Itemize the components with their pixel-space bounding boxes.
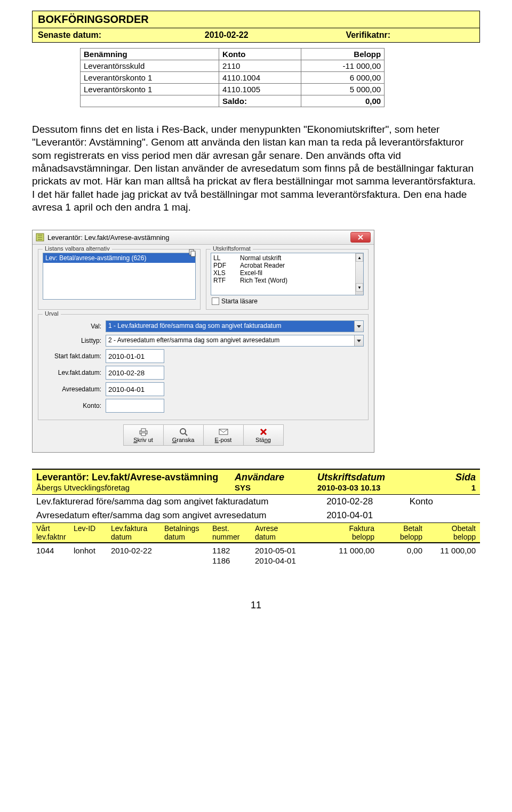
body-paragraph: Dessutom finns det en lista i Res-Back, … [32, 123, 480, 214]
list-item[interactable]: RTFRich Text (Word) [213, 277, 356, 284]
print-button[interactable]: SSkriv utkriv ut [123, 424, 164, 446]
close-button[interactable]: Stäng [244, 424, 284, 446]
report-columns: Vårtlev.faktnr Lev-ID Lev.fakturadatum B… [32, 522, 480, 543]
chevron-down-icon[interactable] [354, 335, 363, 346]
scrollbar[interactable]: ▲ ▼ [355, 253, 363, 295]
legend-list: Listans valbara alternativ [43, 245, 112, 252]
voucher-header: BOKFÖRINGSORDER Senaste datum: 2010-02-2… [32, 11, 480, 43]
report-listbox[interactable]: Lev: Betal/avrese-avstämning (626) [43, 253, 196, 300]
ledger-table: Benämning Konto Belopp Leverantörsskuld2… [80, 48, 385, 107]
checkbox-icon[interactable] [212, 298, 219, 305]
startdate-input[interactable] [106, 349, 164, 363]
scroll-down-icon[interactable]: ▼ [356, 283, 363, 292]
report-filter-2: Avresedatum efter/samma dag som angivet … [32, 509, 480, 522]
voucher-title: BOKFÖRINGSORDER [38, 13, 205, 26]
list-item[interactable]: XLSExcel-fil [213, 269, 356, 277]
list-item[interactable]: LLNormal utskrift [213, 254, 356, 262]
legend-format: Utskriftsformat [211, 245, 253, 252]
filter2-val: 2010-04-01 [326, 510, 409, 521]
report-company: Åbergs Utvecklingsföretag [36, 483, 235, 492]
report-title: Leverantör: Lev.fakt/Avrese-avstämning [36, 472, 235, 483]
report-header: Leverantör: Lev.fakt/Avrese-avstämning A… [32, 469, 480, 495]
report-page-label: Sida [433, 472, 476, 483]
table-row: 11862010-04-01 [36, 556, 476, 566]
table-row: 1044lonhot2010-02-2211822010-05-0111 000… [36, 545, 476, 556]
filter1-konto: Konto [410, 496, 476, 507]
app-icon [36, 233, 44, 242]
list-item[interactable]: PDFAcrobat Reader [213, 262, 356, 269]
col-belopp: Belopp [301, 49, 385, 60]
val-label: Val: [43, 323, 106, 330]
email-button[interactable]: E-post [204, 424, 244, 446]
group-formats: Utskriftsformat LLNormal utskriftPDFAcro… [206, 249, 369, 310]
col-konto: Konto [219, 49, 301, 60]
filter2-text: Avresedatum efter/samma dag som angivet … [36, 510, 326, 521]
svg-rect-2 [191, 251, 195, 256]
close-icon[interactable] [350, 232, 371, 243]
verif-label: Verifikatnr: [346, 30, 474, 40]
svg-rect-4 [141, 429, 146, 431]
svg-point-6 [180, 429, 186, 434]
report-user-label: Användare [235, 472, 317, 483]
dialog-title: Leverantör: Lev.fakt/Avrese-avstämning [47, 234, 170, 242]
page-number: 11 [32, 600, 480, 611]
table-row: Leverantörskonto 14110.10055 000,00 [81, 84, 385, 95]
konto-label: Konto: [43, 402, 106, 409]
val-combo[interactable]: 1 - Lev.fakturerad före/samma dag som an… [106, 320, 364, 332]
group-urval: Urval Val: 1 - Lev.fakturerad före/samma… [38, 314, 369, 420]
print-dialog: Leverantör: Lev.fakt/Avrese-avstämning L… [32, 230, 374, 453]
val-value: 1 - Lev.fakturerad före/samma dag som an… [106, 321, 354, 332]
table-row: Leverantörsskuld2110-11 000,00 [81, 60, 385, 72]
table-row: Leverantörskonto 14110.10046 000,00 [81, 72, 385, 84]
format-listbox[interactable]: LLNormal utskriftPDFAcrobat ReaderXLSExc… [211, 253, 364, 295]
listtyp-value: 2 - Avresedatum efter/samma dag som angi… [106, 335, 354, 346]
listtyp-label: Listtyp: [43, 337, 106, 344]
levdate-input[interactable] [106, 366, 164, 380]
dialog-titlebar: Leverantör: Lev.fakt/Avrese-avstämning [33, 230, 374, 245]
report-filter-1: Lev.fakturerad före/samma dag som angive… [32, 495, 480, 509]
magnifier-icon [179, 427, 188, 437]
svg-line-7 [185, 433, 187, 436]
svg-rect-5 [141, 433, 146, 436]
report: Leverantör: Lev.fakt/Avrese-avstämning A… [32, 469, 480, 568]
legend-urval: Urval [43, 310, 61, 317]
report-user: SYS [235, 483, 317, 492]
latest-date-value: 2010-02-22 [205, 30, 346, 40]
printer-icon [139, 427, 148, 437]
report-date: 2010-03-03 10.13 [317, 483, 433, 492]
latest-date-label: Senaste datum: [38, 30, 205, 40]
list-item[interactable]: Lev: Betal/avrese-avstämning (626) [43, 253, 195, 263]
scroll-up-icon[interactable]: ▲ [356, 253, 363, 262]
startdate-label: Start fakt.datum: [43, 352, 106, 360]
start-reader-label: Starta läsare [221, 298, 258, 305]
report-page: 1 [433, 483, 476, 492]
listtyp-combo[interactable]: 2 - Avresedatum efter/samma dag som angi… [106, 335, 364, 347]
group-list-options: Listans valbara alternativ Lev: Betal/av… [38, 249, 201, 310]
levdate-label: Lev.fakt.datum: [43, 369, 106, 376]
report-data: 1044lonhot2010-02-2211822010-05-0111 000… [32, 543, 480, 568]
avresedate-label: Avresedatum: [43, 385, 106, 393]
avresedate-input[interactable] [106, 382, 164, 396]
preview-button[interactable]: Granska [164, 424, 204, 446]
konto-input[interactable] [106, 399, 164, 413]
start-reader-checkbox[interactable]: Starta läsare [211, 298, 364, 305]
x-icon [260, 427, 267, 437]
col-name: Benämning [81, 49, 219, 60]
report-date-label: Utskriftsdatum [317, 472, 433, 483]
chevron-down-icon[interactable] [354, 321, 363, 332]
filter1-val: 2010-02-28 [326, 496, 409, 507]
filter1-text: Lev.fakturerad före/samma dag som angive… [36, 496, 326, 507]
mail-icon [219, 427, 228, 437]
copy-icon[interactable] [188, 248, 197, 257]
